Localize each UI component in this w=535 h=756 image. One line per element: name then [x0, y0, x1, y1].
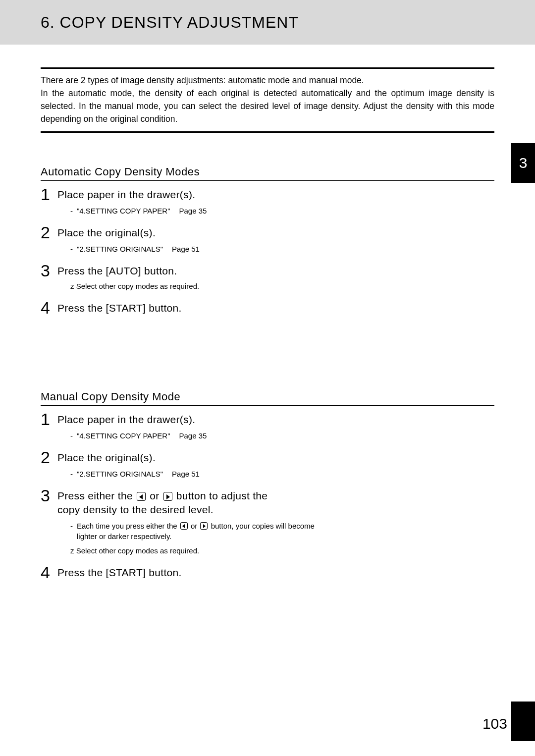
step-sub: - Each time you press either the or butt… [70, 521, 494, 541]
page-ref: Page 51 [172, 244, 200, 254]
auto-step-1: 1 Place paper in the drawer(s). - "4.SET… [41, 186, 494, 221]
manual-step-4: 4 Press the [START] button. [41, 564, 494, 581]
sub-text: Each time you press either the or button… [77, 521, 328, 541]
step-title: Press the [AUTO] button. [57, 264, 494, 278]
step-title: Press either the or button to adjust the… [57, 489, 285, 517]
dash: - [70, 469, 73, 479]
auto-step-3: 3 Press the [AUTO] button. z Select othe… [41, 262, 494, 296]
title-bar: 6. COPY DENSITY ADJUSTMENT [0, 0, 535, 45]
section-automatic: Automatic Copy Density Modes 1 Place pap… [41, 165, 494, 316]
step-title: Press the [START] button. [57, 566, 494, 580]
title-part-a: Press either the [57, 490, 136, 501]
page-tab-decor [511, 702, 535, 741]
note-bullet: z [70, 282, 74, 290]
step-number: 4 [41, 299, 57, 316]
section-manual: Manual Copy Density Mode 1 Place paper i… [41, 390, 494, 581]
page-ref: Page 51 [172, 469, 200, 479]
step-sub: - "2.SETTING ORIGINALS" Page 51 [70, 469, 494, 479]
section-heading-automatic: Automatic Copy Density Modes [41, 165, 494, 181]
step-number: 2 [41, 224, 57, 241]
note-text: Select other copy modes as required. [76, 282, 199, 290]
title-part-b: or [147, 490, 162, 501]
intro-block: There are 2 types of image density adjus… [41, 67, 494, 133]
cross-ref: "2.SETTING ORIGINALS" [77, 469, 163, 479]
page-ref: Page 35 [179, 431, 207, 441]
step-sub-row: - "2.SETTING ORIGINALS" Page 51 [70, 244, 494, 254]
step-body: Press the [AUTO] button. z Select other … [57, 262, 494, 296]
left-arrow-icon [137, 492, 146, 501]
step-title: Place paper in the drawer(s). [57, 188, 494, 202]
step-body: Place the original(s). - "2.SETTING ORIG… [57, 449, 494, 484]
step-number: 3 [41, 487, 57, 504]
step-body: Place paper in the drawer(s). - "4.SETTI… [57, 411, 494, 446]
section-heading-manual: Manual Copy Density Mode [41, 390, 494, 406]
auto-step-2: 2 Place the original(s). - "2.SETTING OR… [41, 224, 494, 259]
step-number: 1 [41, 411, 57, 428]
step-note: z Select other copy modes as required. [70, 282, 494, 290]
cross-ref: "4.SETTING COPY PAPER" [77, 206, 170, 216]
step-title: Place paper in the drawer(s). [57, 413, 494, 427]
dash: - [70, 206, 73, 216]
step-title: Press the [START] button. [57, 301, 494, 315]
step-sub: - "4.SETTING COPY PAPER" Page 35 [70, 206, 494, 216]
sub-part-b: or [189, 522, 200, 530]
right-arrow-icon [200, 522, 208, 530]
step-body: Place paper in the drawer(s). - "4.SETTI… [57, 186, 494, 221]
cross-ref: "2.SETTING ORIGINALS" [77, 244, 163, 254]
content: There are 2 types of image density adjus… [0, 45, 535, 581]
note-bullet: z [70, 546, 74, 555]
step-sub-row: - "4.SETTING COPY PAPER" Page 35 [70, 206, 494, 216]
dash: - [70, 244, 73, 254]
left-arrow-icon [180, 522, 188, 530]
page-title: 6. COPY DENSITY ADJUSTMENT [41, 13, 299, 32]
step-sub-row: - "4.SETTING COPY PAPER" Page 35 [70, 431, 494, 441]
step-body: Press either the or button to adjust the… [57, 487, 494, 561]
cross-ref: "4.SETTING COPY PAPER" [77, 431, 170, 441]
step-sub: - "2.SETTING ORIGINALS" Page 51 [70, 244, 494, 254]
step-note: z Select other copy modes as required. [70, 546, 494, 555]
dash: - [70, 431, 73, 441]
manual-step-3: 3 Press either the or button to adjust t… [41, 487, 494, 561]
step-title: Place the original(s). [57, 451, 494, 465]
chapter-tab: 3 [511, 143, 535, 183]
step-sub-row: - Each time you press either the or butt… [70, 521, 328, 541]
step-number: 3 [41, 262, 57, 279]
step-number: 4 [41, 564, 57, 581]
right-arrow-icon [163, 492, 172, 501]
auto-step-4: 4 Press the [START] button. [41, 299, 494, 316]
dash: - [70, 521, 73, 531]
note-text: Select other copy modes as required. [76, 546, 199, 555]
intro-paragraph-2: In the automatic mode, the density of ea… [41, 87, 494, 125]
manual-step-1: 1 Place paper in the drawer(s). - "4.SET… [41, 411, 494, 446]
manual-step-2: 2 Place the original(s). - "2.SETTING OR… [41, 449, 494, 484]
step-body: Press the [START] button. [57, 564, 494, 580]
intro-paragraph-1: There are 2 types of image density adjus… [41, 74, 494, 87]
step-title: Place the original(s). [57, 226, 494, 240]
step-body: Press the [START] button. [57, 299, 494, 315]
step-number: 2 [41, 449, 57, 466]
step-body: Place the original(s). - "2.SETTING ORIG… [57, 224, 494, 259]
step-sub-row: - "2.SETTING ORIGINALS" Page 51 [70, 469, 494, 479]
sub-part-a: Each time you press either the [77, 522, 179, 530]
page-number: 103 [482, 715, 507, 732]
step-sub: - "4.SETTING COPY PAPER" Page 35 [70, 431, 494, 441]
page-ref: Page 35 [179, 206, 207, 216]
step-number: 1 [41, 186, 57, 203]
